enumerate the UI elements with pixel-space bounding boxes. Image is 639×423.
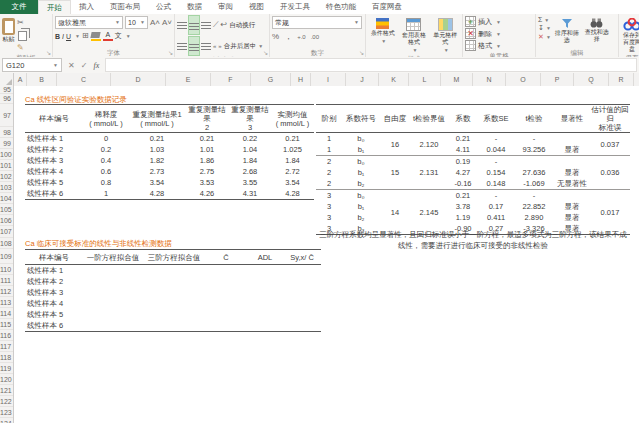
conditional-formatting-button[interactable]: 条件格式▼ — [368, 16, 397, 54]
column-header-O[interactable]: O — [506, 73, 541, 86]
column-title[interactable]: 三阶方程拟合值 — [143, 250, 205, 265]
cell-t[interactable]: 22.852 — [514, 201, 554, 212]
tab-审阅[interactable]: 审阅 — [210, 0, 241, 14]
cell[interactable]: 1 — [83, 188, 129, 200]
column-header-B[interactable]: B — [27, 73, 57, 86]
cell[interactable] — [283, 320, 321, 332]
cell[interactable]: 3.54 — [129, 177, 185, 188]
cell-tcrit[interactable]: 2.145 — [410, 190, 448, 235]
clear-icon[interactable]: ✕▼ — [538, 33, 551, 41]
name-box[interactable]: G120▼ — [2, 58, 62, 72]
column-title[interactable]: 一阶方程拟合值 — [83, 250, 143, 265]
row-header-95[interactable]: 95 — [0, 86, 13, 94]
insert-function-icon[interactable]: fx — [93, 61, 99, 70]
column-header-G[interactable]: G — [251, 73, 291, 86]
row-header-99[interactable]: 99 — [0, 138, 13, 149]
cell[interactable] — [247, 320, 283, 332]
row-header-98[interactable]: 98 — [0, 127, 13, 138]
cell[interactable] — [247, 276, 283, 287]
cell-t[interactable]: - — [514, 133, 554, 145]
sheet-area[interactable]: 9596979899100101102103104105106107108109… — [0, 86, 639, 423]
cell-tcrit[interactable]: 2.131 — [410, 156, 448, 190]
orientation-icon[interactable]: ⟋ — [213, 20, 219, 30]
column-title[interactable]: 样本编号 — [25, 105, 83, 133]
cell[interactable] — [205, 276, 247, 287]
cell-coef[interactable]: 1.19 — [448, 212, 478, 223]
row-header-122[interactable]: 122 — [0, 396, 13, 407]
cell[interactable]: 0.21 — [129, 133, 185, 145]
cell-significance[interactable] — [554, 133, 590, 145]
cell[interactable]: 4.28 — [129, 188, 185, 200]
row-header-123[interactable]: 123 — [0, 407, 13, 418]
column-title[interactable]: 自由度 — [380, 105, 410, 133]
column-title[interactable]: 实测均值 ( mmol/L ) — [271, 105, 314, 133]
phonetic-icon[interactable]: 文 — [115, 31, 122, 41]
cell-tcrit[interactable]: 2.120 — [410, 133, 448, 156]
cell[interactable]: 线性样本 2 — [25, 276, 83, 287]
row-header-107[interactable]: 107 — [0, 226, 13, 238]
row-header-111[interactable]: 111 — [0, 275, 13, 286]
cell[interactable]: 3.53 — [185, 177, 229, 188]
row-header-96[interactable]: 96 — [0, 94, 13, 104]
cell[interactable]: 线性样本 1 — [25, 133, 83, 145]
cell-coef-symbol[interactable]: b₂ — [342, 178, 380, 190]
cell-significance[interactable]: 显著 — [554, 167, 590, 178]
number-format-combo[interactable]: 常规▼ — [272, 16, 362, 29]
cell[interactable]: 1.025 — [271, 144, 314, 155]
cell[interactable]: 3.55 — [229, 177, 271, 188]
merge-center-button[interactable]: 合并后居中▼ — [224, 42, 263, 51]
cell-coef-symbol[interactable]: b₀ — [342, 156, 380, 168]
row-header-112[interactable]: 112 — [0, 286, 13, 297]
cell[interactable] — [83, 309, 143, 320]
cell-coef[interactable]: 4.11 — [448, 144, 478, 156]
cell[interactable] — [283, 276, 321, 287]
align-center-icon[interactable] — [189, 44, 199, 51]
column-title[interactable]: 系数符号 — [342, 105, 380, 133]
cell[interactable]: 2.75 — [185, 166, 229, 177]
cell[interactable]: 线性样本 5 — [25, 309, 83, 320]
cut-icon[interactable]: ✂ — [17, 18, 27, 28]
column-header-E[interactable]: E — [166, 73, 211, 86]
row-header-115[interactable]: 115 — [0, 319, 13, 330]
row-header-108[interactable]: 108 — [0, 238, 13, 249]
cell[interactable]: 2.68 — [229, 166, 271, 177]
cell[interactable]: 1.01 — [185, 144, 229, 155]
clipboard-dialog-launcher[interactable]: ↘ — [46, 49, 51, 57]
cell-t[interactable]: - — [514, 190, 554, 202]
enter-icon[interactable]: ✓ — [81, 61, 88, 70]
cell-significance[interactable]: 显著 — [554, 144, 590, 156]
cell[interactable]: 2.73 — [129, 166, 185, 177]
row-header-104[interactable]: 104 — [0, 193, 13, 204]
cell-se[interactable]: - — [478, 190, 514, 202]
row-header-110[interactable]: 110 — [0, 264, 13, 275]
row-header-116[interactable]: 116 — [0, 330, 13, 341]
tab-视图[interactable]: 视图 — [241, 0, 272, 14]
number-dialog-launcher[interactable]: ↘ — [359, 49, 364, 57]
fill-icon[interactable]: ↧▼ — [538, 24, 551, 32]
row-header-113[interactable]: 113 — [0, 297, 13, 308]
autosum-icon[interactable]: Σ▼ — [538, 16, 551, 23]
bold-button[interactable]: B — [55, 33, 60, 40]
column-header-M[interactable]: M — [441, 73, 473, 86]
column-title[interactable]: 显著性 — [554, 105, 590, 133]
tab-页面布局[interactable]: 页面布局 — [102, 0, 148, 14]
cell-coef[interactable]: 0.19 — [448, 156, 478, 168]
cell[interactable] — [143, 309, 205, 320]
cell-coef-symbol[interactable]: b₁ — [342, 144, 380, 156]
cell-significance[interactable]: 无显著性 — [554, 178, 590, 190]
cell[interactable]: 线性样本 6 — [25, 320, 83, 332]
cell-significance[interactable]: 显著 — [554, 201, 590, 212]
cell[interactable]: 4.28 — [271, 188, 314, 200]
cell[interactable]: 线性样本 6 — [25, 188, 83, 200]
cell[interactable] — [247, 309, 283, 320]
column-title[interactable]: 系数 — [448, 105, 478, 133]
align-bottom-icon[interactable] — [201, 22, 211, 29]
cancel-icon[interactable]: ✕ — [68, 61, 75, 70]
cell-order[interactable]: 1 — [316, 133, 342, 145]
column-title[interactable]: 重复测量结果 2 — [185, 105, 229, 133]
row-header-106[interactable]: 106 — [0, 215, 13, 226]
cell[interactable] — [205, 287, 247, 298]
increase-indent-icon[interactable]: » — [218, 41, 221, 51]
align-top-icon[interactable] — [177, 22, 187, 29]
cell-significance[interactable]: 显著 — [554, 212, 590, 223]
